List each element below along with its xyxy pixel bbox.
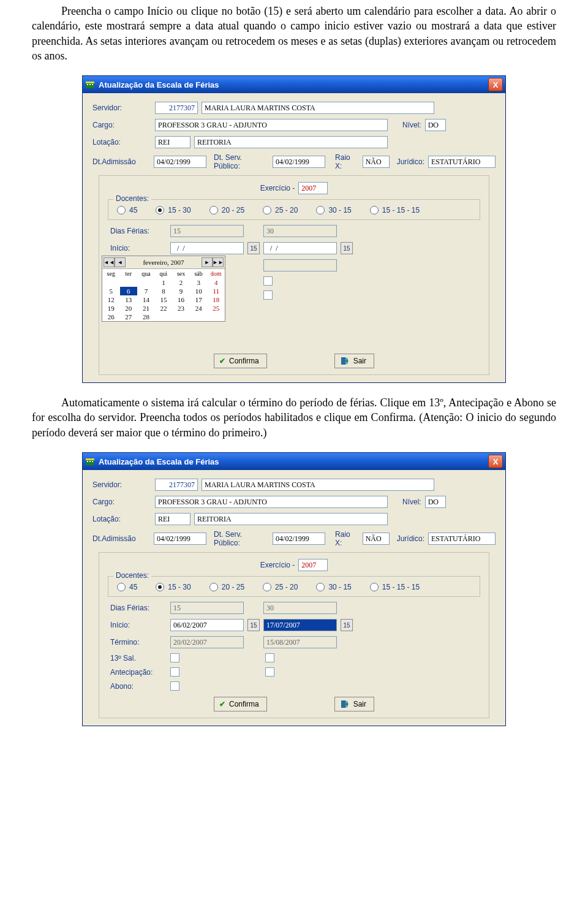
radio-30-15[interactable]: 30 - 15 — [316, 583, 351, 591]
radio-15-30[interactable]: 15 - 30 — [156, 206, 190, 214]
cal-day — [172, 313, 190, 321]
titlebar[interactable]: Atualização da Escala de Férias X — [83, 453, 505, 470]
cal-day[interactable]: 16 — [172, 295, 190, 304]
radio-20-25[interactable]: 20 - 25 — [209, 583, 244, 591]
radio-icon — [263, 583, 271, 591]
cal-day[interactable]: 10 — [190, 287, 208, 295]
form-body: Servidor: Cargo: Nível: Lotação: Dt.Adim… — [83, 93, 505, 382]
radio-15-15-15[interactable]: 15 - 15 - 15 — [370, 583, 420, 591]
dt-admissao[interactable] — [154, 533, 206, 545]
radio-icon — [263, 206, 271, 214]
cal-day[interactable]: 1 — [155, 278, 173, 287]
radio-15-15-15[interactable]: 15 - 15 - 15 — [370, 206, 420, 214]
close-button[interactable]: X — [488, 455, 503, 468]
chk-hidden-2[interactable] — [263, 290, 273, 300]
cal-day[interactable]: 22 — [155, 304, 173, 313]
inicio-1[interactable] — [170, 619, 244, 631]
cal-day[interactable]: 23 — [172, 304, 190, 313]
lotacao-nome[interactable] — [194, 513, 388, 525]
lotacao-nome[interactable] — [194, 136, 388, 148]
lotacao-cod[interactable] — [155, 136, 190, 148]
nivel-input[interactable] — [425, 496, 446, 508]
servidor-nome[interactable] — [202, 102, 434, 114]
chk-ant-1[interactable] — [170, 667, 179, 677]
cal-day[interactable]: 4 — [207, 278, 225, 287]
cal-button-1[interactable]: 15 — [247, 242, 260, 254]
radio-15-30[interactable]: 15 - 30 — [156, 583, 190, 591]
servidor-id[interactable] — [155, 102, 198, 114]
cal-day[interactable]: 3 — [190, 278, 208, 287]
cal-day[interactable]: 20 — [120, 304, 138, 313]
cal-day[interactable]: 9 — [172, 287, 190, 295]
dt-serv[interactable] — [273, 533, 325, 545]
inner-panel: Exercício - Docentes: 45 15 - 30 20 - 25… — [99, 552, 489, 718]
cal-day[interactable]: 21 — [137, 304, 155, 313]
cal-day[interactable]: 7 — [137, 287, 155, 295]
dias-2 — [263, 602, 337, 614]
cargo-input[interactable] — [155, 496, 388, 508]
chk-ant-2[interactable] — [265, 667, 274, 677]
radio-30-15[interactable]: 30 - 15 — [316, 206, 351, 214]
legend-docentes: Docentes: — [113, 194, 151, 203]
cal-next-year[interactable]: ►► — [213, 257, 224, 267]
cal-day[interactable]: 14 — [137, 295, 155, 304]
radio-25-20[interactable]: 25 - 20 — [263, 206, 298, 214]
cal-next-month[interactable]: ► — [202, 257, 213, 267]
inicio-2[interactable] — [263, 619, 337, 631]
check-icon: ✔ — [219, 357, 225, 365]
servidor-nome[interactable] — [202, 479, 434, 491]
cal-day[interactable]: 26 — [102, 313, 120, 321]
exercicio[interactable] — [298, 182, 328, 194]
confirma-button[interactable]: ✔Confirma — [214, 354, 267, 368]
cal-day[interactable]: 8 — [155, 287, 173, 295]
radio-20-25[interactable]: 20 - 25 — [209, 206, 244, 214]
cal-day[interactable]: 19 — [102, 304, 120, 313]
servidor-id[interactable] — [155, 479, 198, 491]
chk-abono-1[interactable] — [170, 681, 179, 691]
sair-button[interactable]: Sair — [334, 697, 374, 711]
cal-day[interactable]: 12 — [102, 295, 120, 304]
cal-day[interactable]: 25 — [207, 304, 225, 313]
chk-13-2[interactable] — [265, 653, 274, 662]
titlebar[interactable]: Atualização da Escala de Férias X — [83, 76, 505, 93]
cal-day[interactable]: 6 — [120, 287, 138, 295]
cargo-input[interactable] — [155, 119, 388, 131]
cal-day — [120, 278, 138, 287]
close-button[interactable]: X — [488, 78, 503, 91]
radio-45[interactable]: 45 — [117, 206, 137, 214]
cal-button-1[interactable]: 15 — [247, 619, 260, 631]
lbl-inicio: Início: — [110, 621, 167, 629]
inicio-1[interactable] — [170, 242, 244, 254]
cal-button-2[interactable]: 15 — [341, 242, 353, 254]
radio-25-20[interactable]: 25 - 20 — [263, 583, 298, 591]
exercicio[interactable] — [298, 559, 328, 571]
raiox[interactable] — [363, 156, 390, 168]
cal-day[interactable]: 18 — [207, 295, 225, 304]
dt-serv[interactable] — [273, 156, 325, 168]
juridico[interactable] — [428, 533, 496, 545]
cal-day[interactable]: 13 — [120, 295, 138, 304]
cal-prev-month[interactable]: ◄ — [115, 257, 126, 267]
cal-day[interactable]: 27 — [120, 313, 138, 321]
calendar-icon: 15 — [250, 622, 257, 629]
chk-13-1[interactable] — [170, 653, 179, 662]
cal-day[interactable]: 17 — [190, 295, 208, 304]
cal-day[interactable]: 24 — [190, 304, 208, 313]
cal-day[interactable]: 11 — [207, 287, 225, 295]
radio-45[interactable]: 45 — [117, 583, 137, 591]
lotacao-cod[interactable] — [155, 513, 190, 525]
cal-day[interactable]: 5 — [102, 287, 120, 295]
dt-admissao[interactable] — [154, 156, 206, 168]
cal-day[interactable]: 28 — [137, 313, 155, 321]
cal-prev-year[interactable]: ◄◄ — [104, 257, 115, 267]
raiox[interactable] — [363, 533, 390, 545]
juridico[interactable] — [428, 156, 496, 168]
cal-day[interactable]: 15 — [155, 295, 173, 304]
nivel-input[interactable] — [425, 119, 446, 131]
chk-hidden-1[interactable] — [263, 276, 273, 286]
sair-button[interactable]: Sair — [334, 354, 374, 368]
confirma-button[interactable]: ✔Confirma — [214, 697, 267, 711]
cal-button-2[interactable]: 15 — [341, 619, 353, 631]
inicio-2[interactable] — [263, 242, 337, 254]
cal-day[interactable]: 2 — [172, 278, 190, 287]
